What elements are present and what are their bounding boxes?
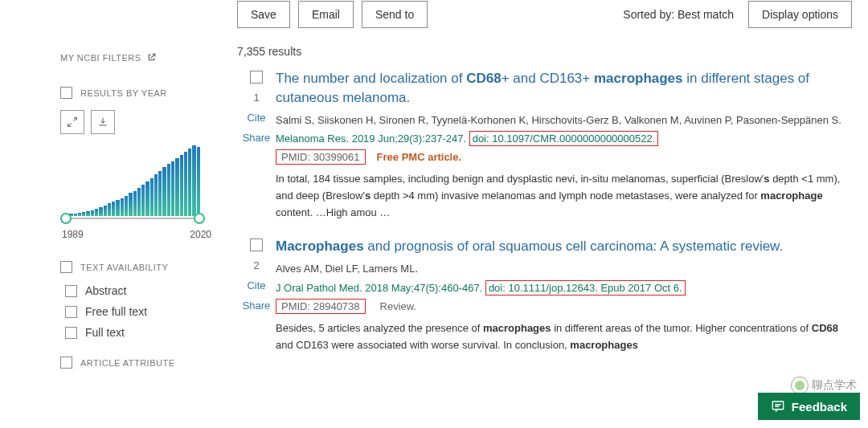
result-title[interactable]: Macrophages and prognosis of oral squamo…	[276, 237, 852, 256]
result-title[interactable]: The number and localization of CD68+ and…	[276, 69, 852, 108]
histogram-bar	[78, 213, 81, 216]
year-histogram	[60, 139, 205, 227]
histogram-bar	[95, 209, 98, 216]
result-checkbox[interactable]	[250, 238, 263, 251]
result-pmid: PMID: 30399061	[276, 149, 366, 165]
filter-checkbox[interactable]	[65, 285, 77, 297]
result-snippet: Besides, 5 articles analyzed the presenc…	[276, 320, 852, 354]
result-doi: doi: 10.1097/CMR.0000000000000522.	[469, 131, 659, 146]
feedback-button[interactable]: Feedback	[758, 393, 860, 420]
result-tag: Review.	[380, 300, 417, 312]
histogram-bar	[86, 211, 89, 216]
year-slider-end[interactable]	[194, 213, 205, 224]
text-avail-checkbox[interactable]	[60, 261, 72, 273]
text-availability-header: TEXT AVAILABILITY	[60, 261, 213, 273]
result-citation: J Oral Pathol Med. 2018 May;47(5):460-46…	[276, 282, 852, 294]
histogram-bar	[74, 214, 77, 216]
histogram-bar	[99, 207, 102, 216]
histogram-bar	[137, 188, 141, 216]
histogram-bar	[197, 147, 200, 216]
filter-label: Free full text	[85, 305, 147, 318]
result-citation: Melanoma Res. 2019 Jun;29(3):237-247. do…	[276, 132, 852, 145]
histogram-bar	[91, 210, 94, 216]
histogram-bar	[167, 164, 170, 217]
year-end-label: 2020	[190, 229, 211, 240]
histogram-bar	[129, 193, 132, 216]
article-attr-checkbox[interactable]	[60, 357, 72, 369]
histogram-bar	[125, 196, 128, 216]
search-result: 2CiteShareMacrophages and prognosis of o…	[237, 237, 852, 353]
ncbi-filters-label: MY NCBI FILTERS	[60, 53, 141, 63]
result-doi: doi: 10.1111/jop.12643. Epub 2017 Oct 6.	[485, 280, 686, 296]
result-index: 2	[253, 259, 259, 271]
result-index: 1	[253, 92, 259, 104]
results-count: 7,355 results	[237, 45, 852, 58]
result-authors: Salmi S, Siiskonen H, Sironen R, Tyynelä…	[276, 112, 852, 128]
result-pmid: PMID: 28940738	[276, 299, 366, 314]
cite-link[interactable]: Cite	[247, 279, 265, 291]
result-authors: Alves AM, Diel LF, Lamers ML.	[276, 261, 852, 277]
external-link-icon[interactable]	[146, 52, 157, 63]
year-slider-start[interactable]	[60, 213, 72, 224]
feedback-icon	[771, 399, 785, 414]
filter-label: Full text	[85, 326, 125, 339]
histogram-bar	[171, 161, 174, 216]
filter-label: Abstract	[85, 284, 126, 297]
article-attribute-label: ARTICLE ATTRIBUTE	[80, 358, 175, 368]
display-options-button[interactable]: Display options	[748, 1, 852, 28]
email-button[interactable]: Email	[298, 1, 354, 28]
year-slider-track[interactable]	[65, 218, 200, 219]
ncbi-filters-header: MY NCBI FILTERS	[60, 52, 213, 63]
result-snippet: In total, 184 tissue samples, including …	[276, 171, 852, 221]
sorted-by-label[interactable]: Sorted by: Best match	[623, 8, 734, 21]
send-to-button[interactable]: Send to	[362, 1, 428, 28]
cite-link[interactable]: Cite	[247, 112, 265, 124]
histogram-bar	[184, 152, 187, 216]
expand-chart-button[interactable]	[60, 110, 84, 134]
filter-item[interactable]: Full text	[65, 326, 213, 339]
download-chart-button[interactable]	[91, 110, 115, 134]
filter-checkbox[interactable]	[65, 306, 77, 318]
result-checkbox[interactable]	[250, 71, 263, 84]
results-by-year-label: RESULTS BY YEAR	[80, 88, 167, 98]
histogram-bar	[141, 185, 145, 216]
histogram-bar	[150, 178, 154, 216]
wechat-watermark: 聊点学术	[791, 377, 857, 394]
svg-rect-0	[772, 402, 784, 410]
search-result: 1CiteShareThe number and localization of…	[237, 69, 852, 221]
histogram-bar	[121, 198, 124, 216]
histogram-bar	[192, 145, 195, 216]
results-by-year-header: RESULTS BY YEAR	[60, 87, 213, 99]
histogram-bar	[180, 155, 183, 216]
histogram-bar	[116, 200, 119, 216]
histogram-bar	[82, 212, 85, 216]
histogram-bar	[133, 191, 137, 216]
histogram-bar	[112, 202, 115, 216]
histogram-bar	[104, 206, 107, 216]
histogram-bar	[145, 181, 149, 216]
filter-item[interactable]: Abstract	[65, 284, 213, 297]
year-start-label: 1989	[62, 229, 84, 240]
expand-icon	[66, 116, 79, 128]
share-link[interactable]: Share	[243, 132, 271, 144]
text-availability-label: TEXT AVAILABILITY	[80, 263, 168, 272]
save-button[interactable]: Save	[237, 1, 290, 28]
histogram-bar	[108, 203, 111, 216]
filter-checkbox[interactable]	[65, 327, 77, 339]
histogram-bar	[175, 158, 178, 216]
share-link[interactable]: Share	[243, 300, 271, 312]
histogram-bar	[154, 174, 158, 216]
result-tag: Free PMC article.	[377, 151, 462, 163]
histogram-bar	[158, 171, 162, 216]
histogram-bar	[188, 149, 191, 216]
histogram-bar	[162, 167, 166, 216]
results-year-checkbox[interactable]	[60, 87, 72, 99]
article-attribute-header: ARTICLE ATTRIBUTE	[60, 357, 213, 369]
filter-item[interactable]: Free full text	[65, 305, 213, 318]
download-icon	[96, 116, 109, 128]
